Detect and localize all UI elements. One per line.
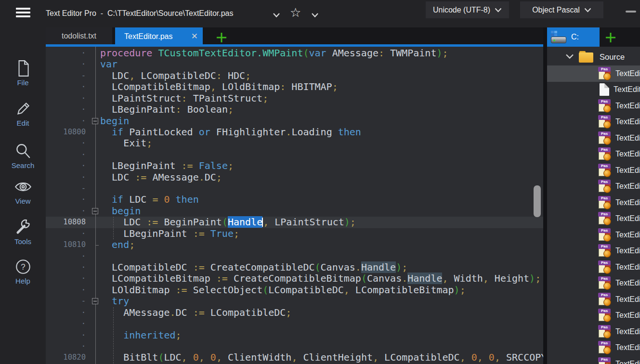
file-item[interactable]: PasTextEditor	[547, 243, 640, 260]
drive-tab-c[interactable]: C:	[547, 27, 600, 47]
sidebar-item-view[interactable]: View	[0, 178, 46, 205]
file-name: TextEditor	[615, 279, 640, 287]
file-item[interactable]: PasTextEditor	[547, 356, 640, 364]
fold-collapse-icon[interactable]	[92, 298, 98, 304]
code-editor[interactable]: ·procedure TCustomTextEditor.WMPaint(var…	[46, 47, 543, 364]
gutter-marker: ·	[46, 228, 86, 239]
editor-scrollbar-thumb[interactable]	[534, 185, 541, 217]
gutter-marker: ·	[46, 116, 86, 127]
file-item[interactable]: TextEditor	[547, 82, 640, 98]
panel-splitter[interactable]	[543, 27, 547, 364]
file-item[interactable]: PasTextEditor	[547, 324, 640, 340]
code-line[interactable]: ·procedure TCustomTextEditor.WMPaint(var…	[46, 48, 543, 59]
sidebar-item-edit[interactable]: Edit	[0, 100, 46, 127]
tab-texteditor-active[interactable]: TextEditor.pas ✕	[115, 27, 203, 47]
pascal-file-icon: Pas	[598, 276, 611, 290]
indent-guide	[113, 217, 114, 239]
code-line[interactable]: ·	[46, 149, 543, 160]
file-name: TextEditor	[615, 150, 640, 158]
code-line[interactable]: · begin	[46, 206, 543, 217]
gutter-marker: ·	[46, 194, 86, 205]
hamburger-menu-icon[interactable]	[16, 8, 30, 19]
code-line[interactable]: 10810 end;	[46, 239, 543, 250]
file-item[interactable]: PasTextEditor	[547, 259, 640, 275]
pascal-file-icon: Pas	[598, 196, 611, 209]
file-item[interactable]: PasTextEditor	[547, 275, 640, 292]
code-line[interactable]: · LOldBitmap := SelectObject(LCompatible…	[46, 285, 543, 296]
file-item[interactable]: PasTextEditor	[547, 211, 640, 227]
code-line[interactable]: · LCompatibleBitmap, LOldBitmap: HBITMAP…	[46, 81, 543, 92]
code-line[interactable]: · LCompatibleBitmap := CreateCompatibleB…	[46, 273, 543, 284]
gutter-marker: ·	[46, 138, 86, 149]
sidebar-item-search[interactable]: Search	[0, 142, 46, 169]
tree-folder-source[interactable]: Source	[547, 48, 640, 65]
sidebar-item-file[interactable]: File	[0, 59, 46, 87]
file-name: TextEditor	[615, 231, 640, 239]
file-item[interactable]: PasTextEditor	[547, 291, 640, 308]
code-line[interactable]: 10800 if PaintLocked or FHighlighter.Loa…	[46, 127, 543, 138]
pascal-file-icon: Pas	[598, 99, 611, 113]
code-line[interactable]: 10808 LDC := BeginPaint(Handle, LPaintSt…	[46, 217, 543, 228]
sidebar-item-help[interactable]: ? Help	[0, 258, 46, 285]
code-line[interactable]: · LBeginPaint: Boolean;	[46, 104, 543, 115]
add-drive-tab-button[interactable]	[605, 32, 616, 45]
syntax-selector[interactable]: Object Pascal	[520, 1, 603, 18]
path-dropdown-chevron-icon[interactable]	[273, 11, 280, 20]
gutter-marker: -	[46, 296, 86, 307]
file-item[interactable]: PasTextEditor	[547, 146, 640, 163]
file-item[interactable]: PasTextEditor	[547, 114, 640, 130]
code-line[interactable]: · LPaintStruct: TPaintStruct;	[46, 93, 543, 104]
file-name: TextEditor	[614, 85, 640, 94]
sidebar-item-tools[interactable]: Tools	[0, 218, 46, 246]
file-item[interactable]: PasTextEditor	[547, 162, 640, 179]
encoding-selector[interactable]: Unicode (UTF-8)	[426, 1, 509, 18]
code-line[interactable]: -	[46, 183, 543, 194]
file-item[interactable]: PasTextEditor	[547, 65, 640, 82]
gutter-marker: -	[46, 70, 86, 81]
code-line[interactable]: ·	[46, 341, 543, 352]
code-line[interactable]: ·	[46, 251, 543, 262]
minimize-button[interactable]	[626, 11, 636, 13]
code-line[interactable]: ·	[46, 318, 543, 329]
code-line[interactable]: · LBeginPaint := False;	[46, 160, 543, 171]
code-line[interactable]: · LCompatibleDC := CreateCompatibleDC(Ca…	[46, 262, 543, 273]
chevron-down-icon[interactable]	[565, 52, 574, 61]
code-line[interactable]: ·var	[46, 59, 543, 70]
file-item[interactable]: PasTextEditor	[547, 308, 640, 324]
close-tab-icon[interactable]: ✕	[191, 27, 198, 45]
pascal-file-icon: Pas	[598, 228, 611, 242]
code-line[interactable]: · Exit;	[46, 138, 543, 149]
code-line[interactable]: 10820 BitBlt(LDC, 0, 0, ClientWidth, Cli…	[46, 352, 543, 363]
code-line[interactable]: - try	[46, 296, 543, 307]
file-item[interactable]: PasTextEditor	[547, 195, 640, 211]
code-line[interactable]: - LDC, LCompatibleDC: HDC;	[46, 70, 543, 81]
code-line[interactable]: · LBeginPaint := True;	[46, 228, 543, 239]
drive-icon	[551, 31, 567, 44]
file-name: TextEditor	[615, 69, 640, 78]
file-item[interactable]: PasTextEditor	[547, 340, 640, 356]
fold-collapse-icon[interactable]	[92, 208, 98, 214]
window-title: Text Editor Pro - C:\TTextEditor\Source\…	[46, 0, 234, 26]
favorite-star-icon[interactable]: ☆	[290, 5, 301, 20]
new-tab-button[interactable]	[216, 32, 227, 45]
document-file-icon	[600, 83, 609, 96]
favorites-dropdown-chevron-icon[interactable]	[311, 11, 319, 20]
folder-icon	[579, 51, 594, 63]
code-line[interactable]: · LDC := AMessage.DC;	[46, 172, 543, 183]
file-item[interactable]: PasTextEditor	[547, 130, 640, 146]
file-item[interactable]: PasTextEditor	[547, 227, 640, 243]
gutter-marker: ·	[46, 206, 86, 217]
wrench-icon	[14, 218, 32, 236]
code-line[interactable]: · if LDC = 0 then	[46, 194, 543, 205]
gutter-marker: ·	[46, 273, 86, 284]
tab-todolist[interactable]: todolist.txt	[46, 27, 112, 44]
pascal-file-icon: Pas	[598, 180, 611, 193]
file-item[interactable]: PasTextEditor	[547, 98, 640, 114]
pascal-file-icon: Pas	[598, 131, 611, 145]
code-line[interactable]: · inherited;	[46, 330, 543, 341]
code-line[interactable]: · AMessage.DC := LCompatibleDC;	[46, 307, 543, 318]
fold-collapse-icon[interactable]	[92, 118, 98, 124]
gutter-marker: ·	[46, 59, 86, 70]
code-line[interactable]: ·begin	[46, 116, 543, 127]
file-item[interactable]: PasTextEditor	[547, 179, 640, 195]
